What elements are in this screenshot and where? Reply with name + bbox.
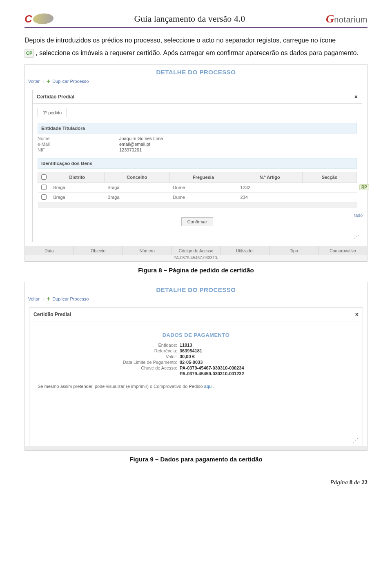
cp-icon: CP [24,49,34,58]
col-check [38,172,50,183]
print-note-suffix: . [213,384,214,389]
bens-table: Distrito Concelho Freguesia N.º Artigo S… [38,172,357,208]
close-icon[interactable]: × [355,311,359,318]
label-entidade: Entidade: [110,343,180,347]
process-detail-title: DETALHE DO PROCESSO [25,282,367,296]
aqui-link[interactable]: aqui [204,384,213,389]
value-chave-2: PA-0379-45459-030310-001232 [180,371,244,376]
cell-distrito: Braga [50,192,105,202]
cell-concelho: Braga [104,192,169,202]
resize-handle-icon[interactable]: ⋰ [353,437,361,445]
value-nome: Joaquim Gomes Lima [119,136,357,141]
separator-icon: | [42,79,44,84]
table-footer-row [38,202,357,208]
footer-prefix: Página [330,479,350,486]
bg-col-utilizador: Utilizador [220,246,270,255]
toolbar: Voltar | ✚ Duplicar Processo [25,78,367,87]
partial-text-tado: tado [354,213,363,218]
close-icon[interactable]: × [354,94,358,100]
logo-left: C [24,13,53,25]
col-freguesia: Freguesia [170,172,237,183]
logo-c-letter: C [24,13,32,25]
cell-artigo: 234 [237,192,302,202]
col-distrito: Distrito [50,172,105,183]
button-row: Confirmar [33,217,362,226]
label-nome: Nome [38,136,119,141]
figure-9-caption: Figura 9 – Dados para pagamento da certi… [24,456,368,463]
rp-badge: RP [359,184,369,190]
page-footer: Página 8 de 22 [24,479,368,486]
label-email: e-Mail [38,142,119,147]
value-chave-1: PA-0379-45467-030310-000234 [180,365,244,370]
bg-col-tipo: Tipo [270,246,318,255]
row-check[interactable] [41,185,47,190]
resize-handle-icon[interactable]: ⋰ [33,234,362,242]
value-email: email@email.pt [119,142,357,147]
duplicate-icon: ✚ [47,296,50,301]
col-concelho: Concelho [104,172,169,183]
panel-title: Certidão Predial [33,312,71,317]
value-entidade: 11013 [180,343,192,347]
bg-code-text: PA-0379-45467-030310- [25,255,367,261]
duplicate-process-link[interactable]: Duplicar Processo [52,296,89,301]
screenshot-1: DETALHE DO PROCESSO Voltar | ✚ Duplicar … [24,64,368,262]
logo-notarium-text: notarium [334,15,368,24]
cell-seccao [303,192,357,202]
print-note-text: Se mesmo assim pretender, pode visualiza… [38,384,204,389]
document-header: C Guia lançamento da versão 4.0 Gnotariu… [24,12,368,28]
section-bens: Identificação dos Bens [38,158,357,169]
payment-panel: Certidão Predial × DADOS DE PAGAMENTO En… [29,307,363,446]
footer-of: de [352,479,361,486]
cell-seccao [303,183,357,192]
table-row: Braga Braga Dume 1232 [38,183,357,192]
duplicate-process-link[interactable]: Duplicar Processo [52,79,89,84]
bg-col-codigo: Código de Acesso [172,246,221,255]
process-detail-title: DETALHE DO PROCESSO [25,65,367,78]
label-valor: Valor: [110,354,180,359]
cell-freguesia: Dume [170,183,237,192]
back-link[interactable]: Voltar [28,79,40,84]
label-referencia: Referência: [110,348,180,353]
cell-artigo: 1232 [237,183,302,192]
check-all[interactable] [41,174,47,180]
figure-8-caption: Figura 8 – Página de pedido de certidão [24,267,368,274]
row-check[interactable] [41,194,47,200]
entity-fields: Nome Joaquim Gomes Lima e-Mail email@ema… [38,136,357,152]
screenshot-2: DETALHE DO PROCESSO Voltar | ✚ Duplicar … [24,282,368,451]
logo-swirl-icon [32,13,54,24]
certidao-panel: Certidão Predial × 1º pedido Entidade Ti… [32,90,362,242]
col-artigo: N.º Artigo [237,172,302,183]
back-link[interactable]: Voltar [28,296,40,301]
toolbar: Voltar | ✚ Duplicar Processo [25,296,367,305]
label-chave-acesso: Chave de Acesso: [110,365,180,370]
tabs-container: 1º pedido [38,108,357,117]
value-referencia: 363954181 [180,348,202,353]
body-paragraph: Depois de introduzidos os prédios no pro… [24,36,368,46]
table-row: Braga Braga Dume 234 [38,192,357,202]
footer-total: 22 [361,479,368,486]
value-data-limite: 02-05-0033 [180,360,203,365]
cell-distrito: Braga [50,183,105,192]
label-data-limite: Data Limite de Pagamento: [110,360,180,365]
panel-title: Certidão Predial [37,94,74,100]
bg-col-comprovativo: Comprovativo [318,246,367,255]
tab-first-request[interactable]: 1º pedido [38,108,67,117]
cell-concelho: Braga [104,183,169,192]
label-empty [110,371,180,376]
value-nif: 123970261 [119,147,357,152]
payment-title: DADOS DE PAGAMENTO [29,321,363,342]
payment-data: Entidade:11013 Referência:363954181 Valo… [110,342,282,376]
section-entidade: Entidade Tituladora [38,123,357,134]
logo-g-letter: G [326,12,334,25]
bg-col-numero: Número [123,246,172,255]
background-header-row: Data Objecto Número Código de Acesso Uti… [25,246,367,255]
value-valor: 30,00 € [180,354,195,359]
duplicate-icon: ✚ [47,79,50,84]
bg-col-data: Data [25,246,74,255]
bg-col-objecto: Objecto [74,246,123,255]
body-paragraph-cont: CP, seleccione os imóveis a requerer cer… [24,48,368,58]
print-note: Se mesmo assim pretender, pode visualiza… [38,384,354,389]
paragraph-part-2: , seleccione os imóveis a requerer certi… [36,49,359,56]
confirm-button[interactable]: Confirmar [181,217,213,226]
col-seccao: Secção [303,172,357,183]
